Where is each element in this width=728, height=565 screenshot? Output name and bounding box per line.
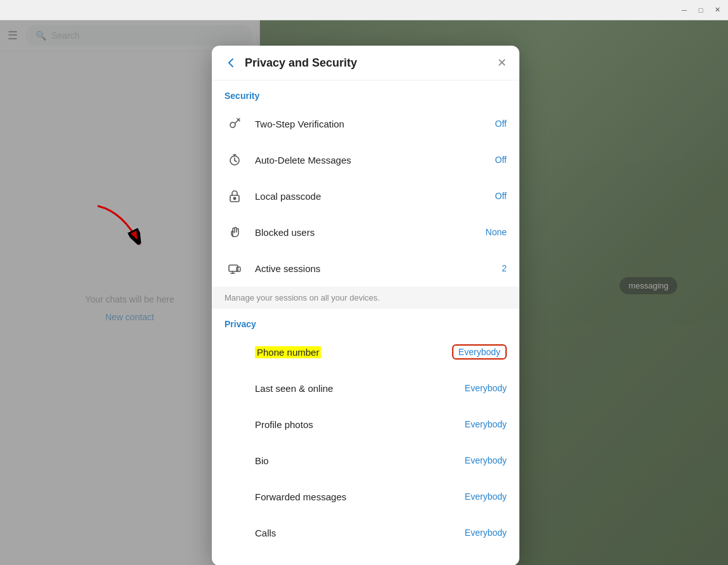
bio-row[interactable]: Bio Everybody bbox=[212, 443, 519, 479]
svg-point-10 bbox=[234, 198, 236, 200]
minimize-button[interactable]: ─ bbox=[679, 4, 690, 16]
profile-photos-row[interactable]: Profile photos Everybody bbox=[212, 406, 519, 443]
active-sessions-label: Active sessions bbox=[255, 263, 491, 274]
modal-header: Privacy and Security ✕ bbox=[212, 46, 519, 81]
local-passcode-row[interactable]: Local passcode Off bbox=[212, 178, 519, 214]
last-seen-row[interactable]: Last seen & online Everybody bbox=[212, 370, 519, 406]
forwarded-messages-row[interactable]: Forwarded messages Everybody bbox=[212, 479, 519, 515]
phone-number-value: Everybody bbox=[452, 344, 507, 360]
blocked-users-row[interactable]: Blocked users None bbox=[212, 214, 519, 250]
devices-icon bbox=[224, 258, 245, 278]
modal-close-button[interactable]: ✕ bbox=[497, 56, 507, 70]
privacy-section-label: Privacy bbox=[212, 309, 519, 334]
last-seen-label: Last seen & online bbox=[255, 383, 455, 394]
forwarded-messages-label: Forwarded messages bbox=[255, 491, 455, 502]
key-icon bbox=[224, 114, 245, 134]
profile-photos-label: Profile photos bbox=[255, 419, 455, 430]
active-sessions-value: 2 bbox=[502, 263, 507, 273]
hand-icon bbox=[224, 222, 245, 242]
back-button[interactable] bbox=[224, 56, 237, 69]
blocked-users-value: None bbox=[486, 227, 507, 237]
timer-icon bbox=[224, 150, 245, 170]
forwarded-spacer bbox=[224, 486, 245, 507]
maximize-button[interactable]: □ bbox=[695, 4, 706, 16]
profile-photos-spacer bbox=[224, 414, 245, 434]
forwarded-messages-value: Everybody bbox=[465, 491, 507, 502]
security-section-label: Security bbox=[212, 81, 519, 106]
calls-spacer bbox=[224, 523, 245, 543]
bio-spacer bbox=[224, 450, 245, 471]
active-sessions-row[interactable]: Active sessions 2 bbox=[212, 250, 519, 287]
auto-delete-label: Auto-Delete Messages bbox=[255, 155, 485, 166]
two-step-label: Two-Step Verification bbox=[255, 119, 485, 129]
svg-line-3 bbox=[237, 119, 238, 120]
auto-delete-row[interactable]: Auto-Delete Messages Off bbox=[212, 142, 519, 178]
modal-body: Security Two-Step Verification Off bbox=[212, 81, 519, 565]
close-button[interactable]: ✕ bbox=[712, 4, 723, 16]
phone-number-label: Phone number bbox=[255, 347, 442, 358]
phone-number-row[interactable]: Phone number Everybody bbox=[212, 334, 519, 370]
two-step-value: Off bbox=[495, 119, 507, 129]
window-chrome: ─ □ ✕ bbox=[0, 0, 728, 20]
phone-number-highlighted-text: Phone number bbox=[255, 346, 321, 358]
local-passcode-label: Local passcode bbox=[255, 191, 485, 202]
svg-line-6 bbox=[235, 160, 237, 162]
lock-icon bbox=[224, 186, 245, 206]
profile-photos-value: Everybody bbox=[465, 419, 507, 429]
groups-spacer bbox=[224, 559, 245, 565]
auto-delete-value: Off bbox=[495, 155, 507, 165]
svg-point-0 bbox=[230, 122, 235, 127]
phone-spacer bbox=[224, 342, 245, 362]
sessions-description: Manage your sessions on all your devices… bbox=[212, 287, 519, 309]
two-step-verification-row[interactable]: Two-Step Verification Off bbox=[212, 106, 519, 142]
last-seen-spacer bbox=[224, 378, 245, 398]
last-seen-value: Everybody bbox=[465, 383, 507, 393]
blocked-users-label: Blocked users bbox=[255, 227, 476, 238]
modal-title: Privacy and Security bbox=[245, 56, 490, 70]
bio-label: Bio bbox=[255, 455, 455, 466]
groups-channels-row[interactable]: Groups & channels Nobody bbox=[212, 551, 519, 565]
bio-value: Everybody bbox=[465, 455, 507, 465]
calls-value: Everybody bbox=[465, 528, 507, 538]
local-passcode-value: Off bbox=[495, 191, 507, 201]
calls-label: Calls bbox=[255, 528, 455, 538]
calls-row[interactable]: Calls Everybody bbox=[212, 515, 519, 551]
privacy-security-modal: Privacy and Security ✕ Security Two-Step… bbox=[212, 46, 519, 565]
